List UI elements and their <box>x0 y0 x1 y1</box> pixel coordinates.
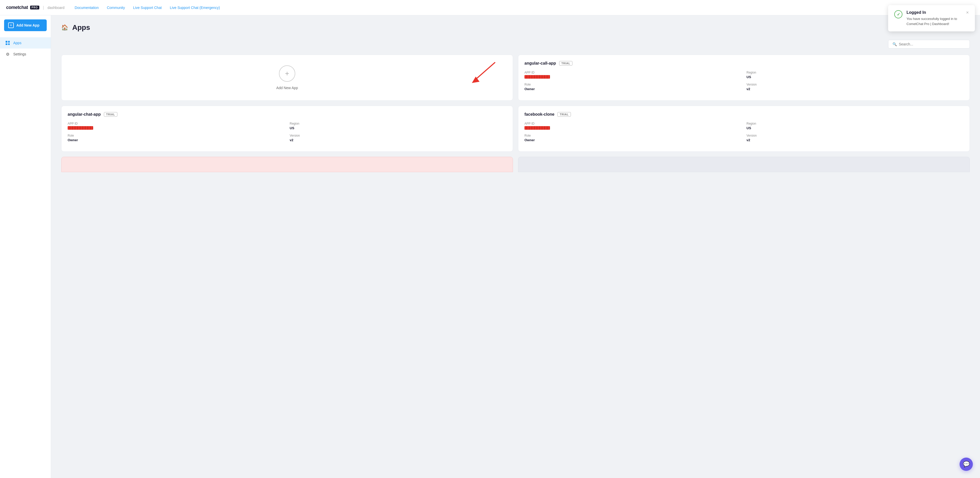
app-name: angular-call-app <box>525 61 556 65</box>
role-item: Role Owner <box>68 134 285 142</box>
nav-link-live-support[interactable]: Live Support Chat <box>133 6 162 10</box>
app-card-header: angular-chat-app TRIAL <box>68 112 507 117</box>
version-label: Version <box>746 134 963 137</box>
partial-card-pink <box>61 157 513 172</box>
dashboard-label: dashboard <box>48 6 64 10</box>
app-name: angular-chat-app <box>68 112 101 117</box>
region-label: Region <box>746 122 963 125</box>
main-content: 🏠 Apps 🔍 + Add New App <box>51 15 980 478</box>
role-value: Owner <box>68 138 285 142</box>
app-card-angular-call-app[interactable]: angular-call-app TRIAL APP ID Region US … <box>518 55 970 100</box>
partial-card-grey <box>518 157 970 172</box>
trial-badge: TRIAL <box>104 112 118 117</box>
app-details-grid: APP ID Region US Role Owner Version v2 <box>525 122 963 142</box>
region-item: Region US <box>290 122 507 131</box>
app-id-item: APP ID <box>525 71 741 80</box>
search-bar-wrapper: 🔍 <box>61 40 970 48</box>
toast-content: Logged In You have successfully logged i… <box>907 10 962 26</box>
chat-bubble-icon: 💬 <box>963 461 970 467</box>
app-details-grid: APP ID Region US Role Owner Version v2 <box>525 71 963 91</box>
search-icon: 🔍 <box>892 42 897 46</box>
nav-link-documentation[interactable]: Documentation <box>75 6 99 10</box>
region-value: US <box>746 75 963 79</box>
nav-link-community[interactable]: Community <box>107 6 125 10</box>
search-input[interactable] <box>899 42 966 46</box>
app-id-label: APP ID <box>68 122 285 125</box>
app-name: facebook-clone <box>525 112 554 117</box>
pro-badge: PRO <box>30 6 40 10</box>
version-value: v2 <box>746 138 963 142</box>
sidebar-item-settings[interactable]: ⚙ Settings <box>0 48 51 60</box>
region-value: US <box>290 126 507 130</box>
app-id-value <box>525 126 550 130</box>
grid-icon <box>5 40 10 45</box>
role-value: Owner <box>525 138 741 142</box>
page-header: 🏠 Apps <box>61 24 970 32</box>
toast-close-button[interactable]: × <box>966 10 969 15</box>
sidebar-nav: Apps ⚙ Settings <box>0 35 51 62</box>
arrow-annotation <box>467 60 497 92</box>
add-new-app-card[interactable]: + Add New App <box>61 55 513 100</box>
top-nav: cometchat PRO | dashboard Documentation … <box>0 0 980 15</box>
role-value: Owner <box>525 87 741 91</box>
sidebar-item-apps-label: Apps <box>13 41 21 45</box>
trial-badge: TRIAL <box>559 61 573 65</box>
nav-links: Documentation Community Live Support Cha… <box>75 6 220 10</box>
version-label: Version <box>290 134 507 137</box>
version-label: Version <box>746 83 963 86</box>
svg-line-0 <box>474 62 495 80</box>
version-item: Version v2 <box>746 83 963 91</box>
role-item: Role Owner <box>525 134 741 142</box>
toast-title: Logged In <box>907 10 962 15</box>
app-card-header: facebook-clone TRIAL <box>525 112 963 117</box>
region-label: Region <box>746 71 963 74</box>
app-id-value <box>68 126 93 130</box>
layout: + Add New App Apps ⚙ Settings <box>0 15 980 478</box>
gear-icon: ⚙ <box>5 52 10 57</box>
role-item: Role Owner <box>525 83 741 91</box>
region-item: Region US <box>746 71 963 80</box>
logo-text: cometchat <box>6 5 28 10</box>
version-value: v2 <box>290 138 507 142</box>
app-id-value <box>525 75 550 79</box>
logo-divider: | <box>43 5 44 10</box>
role-label: Role <box>525 134 741 137</box>
apps-grid: + Add New App angular-call-app TRIAL APP… <box>61 55 970 172</box>
page-title: Apps <box>72 24 90 32</box>
sidebar-item-apps[interactable]: Apps <box>0 37 51 48</box>
add-circle-icon: + <box>279 65 295 82</box>
plus-icon: + <box>8 22 14 28</box>
home-icon: 🏠 <box>61 24 68 31</box>
toast-message: You have successfully logged in to Comet… <box>907 16 962 26</box>
logo-area: cometchat PRO | dashboard <box>6 5 65 10</box>
region-item: Region US <box>746 122 963 131</box>
app-id-label: APP ID <box>525 122 741 125</box>
role-label: Role <box>525 83 741 86</box>
nav-link-live-support-emergency[interactable]: Live Support Chat (Emergency) <box>170 6 220 10</box>
app-card-angular-chat-app[interactable]: angular-chat-app TRIAL APP ID Region US … <box>61 106 513 152</box>
add-new-app-button[interactable]: + Add New App <box>4 19 47 31</box>
app-details-grid: APP ID Region US Role Owner Version v2 <box>68 122 507 142</box>
version-item: Version v2 <box>290 134 507 142</box>
add-new-app-btn-label: Add New App <box>16 23 39 27</box>
toast-notification: ✓ Logged In You have successfully logged… <box>888 5 975 32</box>
sidebar: + Add New App Apps ⚙ Settings <box>0 15 51 478</box>
app-card-facebook-clone[interactable]: facebook-clone TRIAL APP ID Region US Ro… <box>518 106 970 152</box>
app-id-item: APP ID <box>525 122 741 131</box>
app-card-header: angular-call-app TRIAL <box>525 61 963 65</box>
role-label: Role <box>68 134 285 137</box>
app-id-item: APP ID <box>68 122 285 131</box>
region-value: US <box>746 126 963 130</box>
success-icon: ✓ <box>894 10 902 18</box>
version-value: v2 <box>746 87 963 91</box>
add-new-app-card-label: Add New App <box>277 86 298 90</box>
sidebar-item-settings-label: Settings <box>13 52 26 56</box>
search-bar: 🔍 <box>888 40 970 48</box>
app-id-label: APP ID <box>525 71 741 74</box>
region-label: Region <box>290 122 507 125</box>
chat-bubble-button[interactable]: 💬 <box>959 457 973 471</box>
version-item: Version v2 <box>746 134 963 142</box>
trial-badge: TRIAL <box>557 112 571 117</box>
